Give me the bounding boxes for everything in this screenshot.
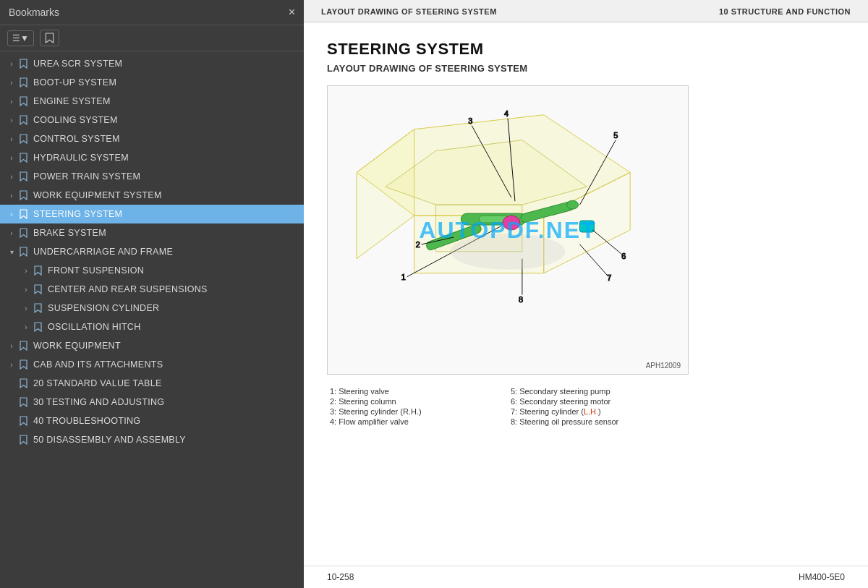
svg-text:1: 1 <box>401 273 406 281</box>
sidebar-item-troubleshooting[interactable]: 40 TROUBLESHOOTING <box>0 412 304 430</box>
bookmark-icon-engine <box>17 95 29 107</box>
page-body: STEERING SYSTEM LAYOUT DRAWING OF STEERI… <box>304 22 868 566</box>
sidebar-title: Bookmarks <box>9 7 59 18</box>
sidebar-item-urea-scr[interactable]: › UREA SCR SYSTEM <box>0 54 304 73</box>
sidebar-item-power-train[interactable]: › POWER TRAIN SYSTEM <box>0 167 304 186</box>
bookmark-view-button[interactable] <box>40 30 59 46</box>
expand-arrow: › <box>20 323 32 331</box>
sidebar-item-hydraulic[interactable]: › HYDRAULIC SYSTEM <box>0 148 304 167</box>
sidebar-item-oscillation-hitch[interactable]: › OSCILLATION HITCH <box>0 318 304 336</box>
sidebar-item-suspension-cylinder[interactable]: › SUSPENSION CYLINDER <box>0 299 304 318</box>
sidebar-label-cooling: COOLING SYSTEM <box>33 115 298 125</box>
svg-line-25 <box>580 244 609 277</box>
page-footer: 10-258 HM400-5E0 <box>304 566 868 588</box>
page-title: STEERING SYSTEM <box>327 40 845 59</box>
sidebar: Bookmarks × ☰▼ › UREA SCR SYSTEM› BOOT-U… <box>0 0 304 588</box>
expand-arrow: › <box>20 304 32 312</box>
page-subtitle: LAYOUT DRAWING OF STEERING SYSTEM <box>327 63 845 74</box>
legend-right-2: 7: Steering cylinder (L.H.) <box>508 406 689 417</box>
sidebar-label-front-suspension: FRONT SUSPENSION <box>48 265 298 276</box>
legend-row-3: 4: Flow amplifier valve8: Steering oil p… <box>327 417 689 427</box>
legend-left-1: 2: Steering column <box>327 396 508 406</box>
bookmark-icon-cab <box>17 359 29 370</box>
main-content: LAYOUT DRAWING OF STEERING SYSTEM 10 STR… <box>304 0 868 588</box>
page-header-right: 10 STRUCTURE AND FUNCTION <box>719 7 851 16</box>
bookmark-icon-troubleshooting <box>17 415 29 427</box>
expand-arrow: › <box>20 267 32 275</box>
page-footer-right: HM400-5E0 <box>799 572 845 582</box>
sidebar-item-disassembly[interactable]: 50 DISASSEMBLY AND ASSEMBLY <box>0 430 304 449</box>
bookmark-icon-testing <box>17 396 29 408</box>
sidebar-label-testing: 30 TESTING AND ADJUSTING <box>33 397 298 407</box>
bookmark-tree: › UREA SCR SYSTEM› BOOT-UP SYSTEM› ENGIN… <box>0 51 304 588</box>
bookmark-icon-suspension-cylinder <box>32 302 43 314</box>
sidebar-item-testing[interactable]: 30 TESTING AND ADJUSTING <box>0 393 304 412</box>
sidebar-label-work-equipment: WORK EQUIPMENT <box>33 341 298 351</box>
legend-row-1: 2: Steering column6: Secondary steering … <box>327 396 689 406</box>
legend-row-0: 1: Steering valve5: Secondary steering p… <box>327 386 689 396</box>
sidebar-label-cab: CAB AND ITS ATTACHMENTS <box>33 359 298 370</box>
page-header-bar: LAYOUT DRAWING OF STEERING SYSTEM 10 STR… <box>304 0 868 22</box>
page-footer-left: 10-258 <box>327 572 354 582</box>
sidebar-item-work-equipment-sys[interactable]: › WORK EQUIPMENT SYSTEM <box>0 186 304 205</box>
sidebar-item-engine[interactable]: › ENGINE SYSTEM <box>0 92 304 111</box>
list-view-button[interactable]: ☰▼ <box>7 30 34 46</box>
sidebar-item-center-rear-susp[interactable]: › CENTER AND REAR SUSPENSIONS <box>0 280 304 299</box>
bookmark-icon-control <box>17 133 29 145</box>
expand-arrow: › <box>6 79 17 87</box>
sidebar-item-std-value[interactable]: 20 STANDARD VALUE TABLE <box>0 374 304 393</box>
diagram-box: 1 2 3 4 5 6 <box>327 85 689 375</box>
expand-arrow: › <box>6 210 17 218</box>
sidebar-toolbar: ☰▼ <box>0 25 304 51</box>
diagram-caption: APH12009 <box>646 362 681 370</box>
sidebar-item-cab[interactable]: › CAB AND ITS ATTACHMENTS <box>0 355 304 374</box>
list-icon: ☰▼ <box>12 33 29 43</box>
page-header-left: LAYOUT DRAWING OF STEERING SYSTEM <box>321 7 497 16</box>
bookmark-icon-hydraulic <box>17 152 29 163</box>
sidebar-label-urea-scr: UREA SCR SYSTEM <box>33 59 298 69</box>
bookmark-icon-power-train <box>17 171 29 182</box>
sidebar-label-troubleshooting: 40 TROUBLESHOOTING <box>33 416 298 426</box>
bookmark-icon-steering <box>17 208 29 220</box>
sidebar-item-boot-up[interactable]: › BOOT-UP SYSTEM <box>0 73 304 92</box>
svg-text:6: 6 <box>621 252 626 260</box>
svg-text:3: 3 <box>468 116 472 125</box>
sidebar-item-undercarriage[interactable]: ▾ UNDERCARRIAGE AND FRAME <box>0 242 304 261</box>
svg-text:4: 4 <box>504 109 509 118</box>
expand-arrow: › <box>6 342 17 350</box>
sidebar-label-oscillation-hitch: OSCILLATION HITCH <box>48 322 298 332</box>
sidebar-item-cooling[interactable]: › COOLING SYSTEM <box>0 111 304 129</box>
sidebar-label-brake: BRAKE SYSTEM <box>33 228 298 238</box>
sidebar-item-control[interactable]: › CONTROL SYSTEM <box>0 129 304 148</box>
sidebar-item-front-suspension[interactable]: › FRONT SUSPENSION <box>0 261 304 280</box>
legend-right-3: 8: Steering oil pressure sensor <box>508 417 689 427</box>
sidebar-item-work-equipment[interactable]: › WORK EQUIPMENT <box>0 336 304 355</box>
legend-left-3: 4: Flow amplifier valve <box>327 417 508 427</box>
sidebar-label-center-rear-susp: CENTER AND REAR SUSPENSIONS <box>48 284 298 294</box>
svg-text:7: 7 <box>607 273 611 282</box>
sidebar-label-disassembly: 50 DISASSEMBLY AND ASSEMBLY <box>33 435 298 445</box>
expand-arrow: › <box>6 192 17 200</box>
sidebar-label-suspension-cylinder: SUSPENSION CYLINDER <box>48 303 298 313</box>
sidebar-label-control: CONTROL SYSTEM <box>33 134 298 144</box>
legend-right-1: 6: Secondary steering motor <box>508 396 689 406</box>
expand-arrow: › <box>6 116 17 124</box>
sidebar-item-brake[interactable]: › BRAKE SYSTEM <box>0 223 304 242</box>
sidebar-label-work-equipment-sys: WORK EQUIPMENT SYSTEM <box>33 190 298 200</box>
sidebar-label-engine: ENGINE SYSTEM <box>33 96 298 106</box>
bookmark-icon-urea-scr <box>17 58 29 69</box>
bookmark-icon-work-equipment-sys <box>17 189 29 201</box>
bookmark-icon-work-equipment <box>17 340 29 351</box>
bookmark-icon-brake <box>17 227 29 239</box>
sidebar-label-boot-up: BOOT-UP SYSTEM <box>33 77 298 88</box>
legend-table: 1: Steering valve5: Secondary steering p… <box>327 386 689 427</box>
expand-arrow: › <box>6 154 17 162</box>
sidebar-label-std-value: 20 STANDARD VALUE TABLE <box>33 378 298 388</box>
expand-arrow: › <box>20 286 32 294</box>
bookmark-icon <box>45 33 54 43</box>
sidebar-item-steering[interactable]: › STEERING SYSTEM <box>0 205 304 223</box>
sidebar-label-undercarriage: UNDERCARRIAGE AND FRAME <box>33 247 298 257</box>
close-button[interactable]: × <box>289 6 295 19</box>
expand-arrow: › <box>6 229 17 237</box>
bookmark-icon-disassembly <box>17 434 29 446</box>
